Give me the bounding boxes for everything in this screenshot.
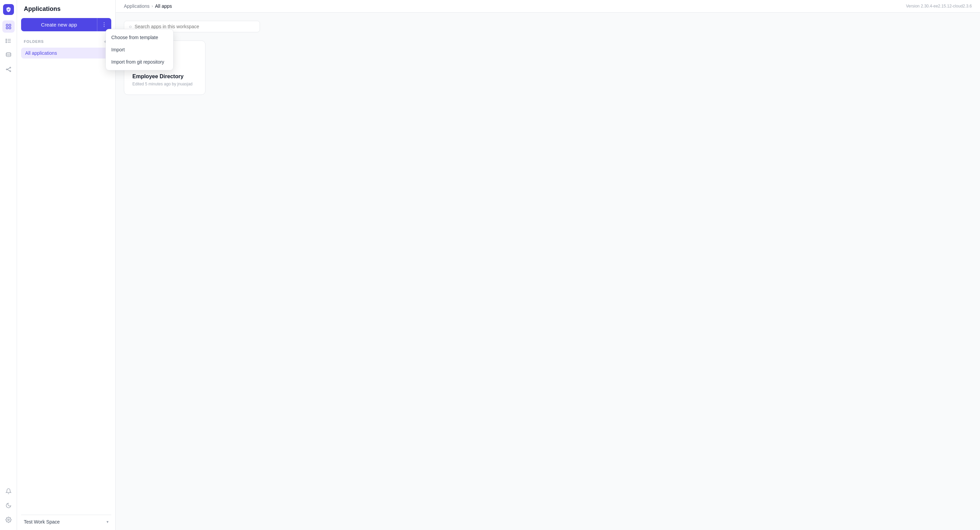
sidebar-title: Applications (21, 5, 111, 13)
sidebar-item-all-applications[interactable]: All applications (21, 48, 111, 59)
create-dropdown-menu: Choose from template Import Import from … (105, 29, 173, 70)
breadcrumb-chevron-icon: › (152, 4, 153, 8)
rail-apps-icon[interactable] (2, 21, 14, 33)
version-text: Version 2.30.4-ee2.15.12-cloud2.3.6 (906, 4, 972, 8)
svg-point-9 (6, 42, 6, 43)
rail-settings-icon[interactable] (2, 514, 14, 526)
svg-rect-2 (6, 27, 8, 29)
icon-rail (0, 0, 17, 530)
svg-point-12 (10, 67, 11, 68)
content-area: ○ Employee Directory Edited 5 minutes ag… (116, 13, 980, 530)
workspace-name: Test Work Space (24, 519, 60, 525)
rail-theme-icon[interactable] (2, 499, 14, 512)
dropdown-item-import[interactable]: Import (106, 44, 173, 56)
main-content: Applications › All apps Version 2.30.4-e… (116, 0, 980, 530)
logo[interactable] (3, 4, 14, 15)
search-icon: ○ (129, 24, 132, 29)
dropdown-item-template[interactable]: Choose from template (106, 31, 173, 44)
svg-point-16 (8, 519, 9, 521)
workspace-chevron-icon[interactable]: ▾ (107, 519, 108, 524)
dropdown-item-git[interactable]: Import from git repository (106, 56, 173, 68)
svg-point-13 (10, 71, 11, 72)
folders-header: FOLDERS + (21, 38, 111, 45)
sidebar-bottom: Test Work Space ▾ (21, 515, 111, 525)
rail-list-icon[interactable] (2, 35, 14, 47)
svg-point-7 (6, 39, 6, 40)
svg-rect-3 (9, 27, 11, 29)
svg-point-11 (6, 69, 7, 70)
sidebar: Applications Create new app ⋮ FOLDERS + … (17, 0, 116, 530)
three-dots-icon: ⋮ (102, 21, 107, 28)
create-btn-wrap: Create new app ⋮ (21, 18, 111, 31)
breadcrumb-parent[interactable]: Applications (124, 3, 150, 9)
apps-grid: Employee Directory Edited 5 minutes ago … (124, 40, 972, 95)
svg-point-10 (6, 53, 11, 54)
app-name: Employee Directory (132, 73, 197, 79)
topbar: Applications › All apps Version 2.30.4-e… (116, 0, 980, 13)
app-meta: Edited 5 minutes ago by jnuasjad (132, 82, 197, 86)
folders-label: FOLDERS (24, 40, 44, 44)
breadcrumb: Applications › All apps (124, 3, 172, 9)
rail-bell-icon[interactable] (2, 485, 14, 497)
svg-rect-0 (6, 24, 8, 26)
breadcrumb-current: All apps (155, 3, 172, 9)
svg-rect-1 (9, 24, 11, 26)
search-input[interactable] (134, 24, 255, 29)
create-new-app-button[interactable]: Create new app (21, 18, 97, 31)
svg-line-14 (7, 68, 10, 70)
svg-line-15 (7, 70, 10, 71)
rail-database-icon[interactable] (2, 49, 14, 61)
svg-point-8 (6, 40, 6, 41)
rail-workflow-icon[interactable] (2, 63, 14, 76)
